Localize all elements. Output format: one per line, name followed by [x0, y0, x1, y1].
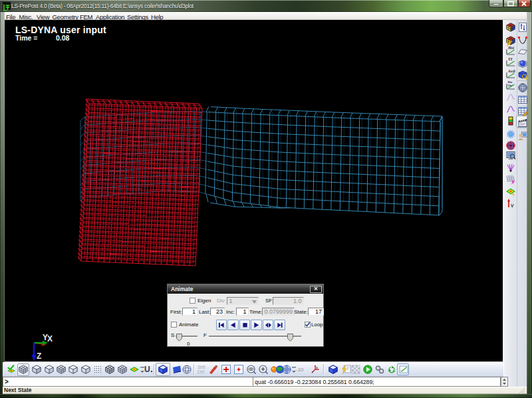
svg-text:Shft: Shft: [198, 365, 205, 369]
svg-text:Z: Z: [37, 351, 41, 361]
svg-text:-10: -10: [296, 367, 304, 373]
svg-text:U: U: [144, 365, 150, 374]
svg-text:Ascii: Ascii: [507, 69, 515, 73]
svg-text:X: X: [47, 334, 53, 344]
svg-text:Hist: Hist: [507, 46, 514, 50]
svg-text:Ctrl: Ctrl: [198, 369, 205, 374]
svg-text:v: v: [511, 202, 514, 209]
svg-text:x: x: [316, 365, 318, 369]
svg-text:XY: XY: [507, 57, 513, 61]
